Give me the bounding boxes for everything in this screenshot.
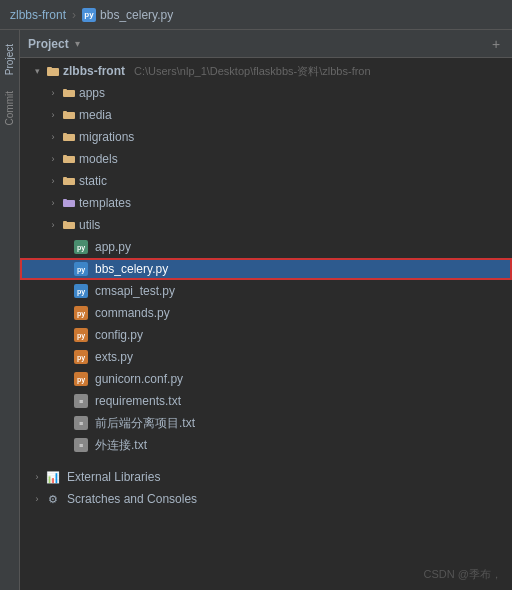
utils-label: utils: [79, 218, 100, 232]
templates-label: templates: [79, 196, 131, 210]
list-item[interactable]: › py exts.py: [20, 346, 512, 368]
gunicornpy-file-icon: py: [74, 372, 88, 386]
media-expand-icon: ›: [47, 109, 59, 121]
panel-title: Project: [28, 37, 69, 51]
list-item[interactable]: › migrations: [20, 126, 512, 148]
bbspy-file-icon: py: [74, 262, 88, 276]
migrations-expand-icon: ›: [47, 131, 59, 143]
list-item[interactable]: › templates: [20, 192, 512, 214]
bbspy-label: bbs_celery.py: [95, 262, 168, 276]
root-path: C:\Users\nlp_1\Desktop\flaskbbs-资料\zlbbs…: [134, 64, 371, 79]
templates-expand-icon: ›: [47, 197, 59, 209]
apppy-label: app.py: [95, 240, 131, 254]
scratches-label: Scratches and Consoles: [67, 492, 197, 506]
root-expand-icon: ▾: [31, 65, 43, 77]
scratches-icon: ⚙: [46, 492, 60, 506]
list-item[interactable]: › py bbs_celery.py: [20, 258, 512, 280]
migrations-folder-icon: [62, 130, 76, 144]
utils-folder-icon: [62, 218, 76, 232]
svg-rect-11: [63, 178, 75, 185]
media-label: media: [79, 108, 112, 122]
svg-rect-9: [63, 156, 75, 163]
main-layout: Project Commit Project ▾ + ▾ zlbbs-front…: [0, 30, 512, 590]
svg-rect-7: [63, 134, 75, 141]
static-label: static: [79, 174, 107, 188]
list-item[interactable]: › media: [20, 104, 512, 126]
qhd-file-icon: ≡: [74, 416, 88, 430]
side-tab-commit[interactable]: Commit: [1, 85, 18, 131]
configpy-file-icon: py: [74, 328, 88, 342]
apppy-file-icon: py: [74, 240, 88, 254]
migrations-label: migrations: [79, 130, 134, 144]
cmspy-label: cmsapi_test.py: [95, 284, 175, 298]
add-item-button[interactable]: +: [488, 36, 504, 52]
configpy-label: config.py: [95, 328, 143, 342]
gunicornpy-label: gunicorn.conf.py: [95, 372, 183, 386]
svg-rect-15: [63, 222, 75, 229]
static-folder-icon: [62, 174, 76, 188]
root-folder-icon: [46, 64, 60, 78]
root-label: zlbbs-front: [63, 64, 125, 78]
static-expand-icon: ›: [47, 175, 59, 187]
panel-chevron-icon[interactable]: ▾: [75, 38, 80, 49]
breadcrumb-project: zlbbs-front: [10, 8, 66, 22]
list-item[interactable]: › ⚙ Scratches and Consoles: [20, 488, 512, 510]
svg-rect-1: [47, 68, 59, 76]
list-item[interactable]: › py cmsapi_test.py: [20, 280, 512, 302]
extlib-icon: 📊: [46, 470, 60, 484]
watermark: CSDN @季布，: [424, 567, 502, 582]
list-item[interactable]: › 📊 External Libraries: [20, 466, 512, 488]
list-item[interactable]: › py config.py: [20, 324, 512, 346]
list-item[interactable]: › py commands.py: [20, 302, 512, 324]
apps-expand-icon: ›: [47, 87, 59, 99]
svg-rect-13: [63, 200, 75, 207]
utils-expand-icon: ›: [47, 219, 59, 231]
wlj-file-icon: ≡: [74, 438, 88, 452]
list-item[interactable]: › models: [20, 148, 512, 170]
apps-folder-icon: [62, 86, 76, 100]
list-item[interactable]: › ≡ requirements.txt: [20, 390, 512, 412]
wlj-label: 外连接.txt: [95, 437, 147, 454]
title-bar: zlbbs-front › py bbs_celery.py: [0, 0, 512, 30]
list-item[interactable]: › py gunicorn.conf.py: [20, 368, 512, 390]
qhd-label: 前后端分离项目.txt: [95, 415, 195, 432]
project-panel: Project ▾ + ▾ zlbbs-front C:\Users\nlp_1…: [20, 30, 512, 590]
commandspy-label: commands.py: [95, 306, 170, 320]
list-item[interactable]: › ≡ 外连接.txt: [20, 434, 512, 456]
tree-root[interactable]: ▾ zlbbs-front C:\Users\nlp_1\Desktop\fla…: [20, 60, 512, 82]
panel-actions: +: [488, 36, 504, 52]
list-item[interactable]: › py app.py: [20, 236, 512, 258]
models-expand-icon: ›: [47, 153, 59, 165]
models-label: models: [79, 152, 118, 166]
templates-folder-icon: [62, 196, 76, 210]
media-folder-icon: [62, 108, 76, 122]
cmspy-file-icon: py: [74, 284, 88, 298]
extspy-label: exts.py: [95, 350, 133, 364]
extspy-file-icon: py: [74, 350, 88, 364]
extlib-expand-icon: ›: [31, 471, 43, 483]
list-item[interactable]: › static: [20, 170, 512, 192]
svg-rect-3: [63, 90, 75, 97]
list-item[interactable]: › apps: [20, 82, 512, 104]
breadcrumb-separator: ›: [72, 8, 76, 22]
file-tree[interactable]: ▾ zlbbs-front C:\Users\nlp_1\Desktop\fla…: [20, 58, 512, 590]
reqtxt-file-icon: ≡: [74, 394, 88, 408]
file-type-icon: py: [82, 8, 96, 22]
reqtxt-label: requirements.txt: [95, 394, 181, 408]
side-tabs: Project Commit: [0, 30, 20, 590]
breadcrumb-file: py bbs_celery.py: [82, 8, 173, 22]
list-item[interactable]: › utils: [20, 214, 512, 236]
side-tab-project[interactable]: Project: [1, 38, 18, 81]
scratches-expand-icon: ›: [31, 493, 43, 505]
breadcrumb-filename: bbs_celery.py: [100, 8, 173, 22]
apps-label: apps: [79, 86, 105, 100]
svg-rect-5: [63, 112, 75, 119]
panel-header: Project ▾ +: [20, 30, 512, 58]
extlib-label: External Libraries: [67, 470, 160, 484]
commandspy-file-icon: py: [74, 306, 88, 320]
list-item[interactable]: › ≡ 前后端分离项目.txt: [20, 412, 512, 434]
models-folder-icon: [62, 152, 76, 166]
